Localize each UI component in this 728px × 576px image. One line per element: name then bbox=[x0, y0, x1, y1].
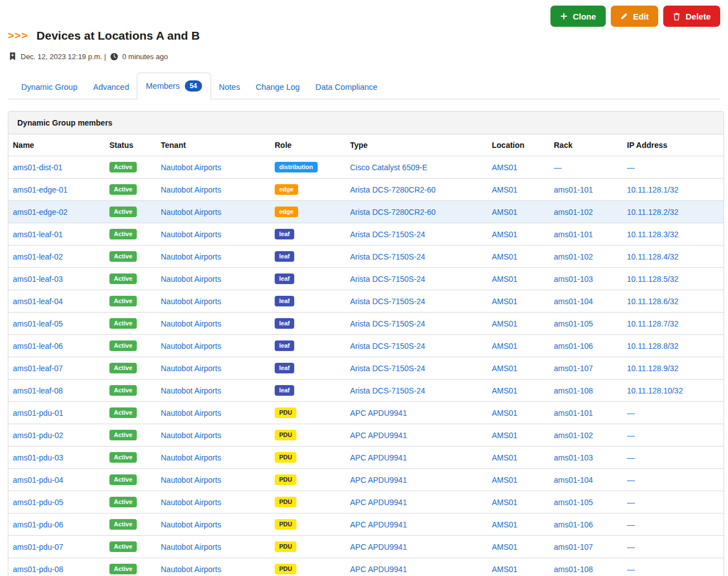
role-badge[interactable]: PDU bbox=[275, 497, 296, 507]
status-badge[interactable]: Active bbox=[109, 318, 137, 329]
tab-advanced[interactable]: Advanced bbox=[85, 75, 137, 99]
location-link[interactable]: AMS01 bbox=[492, 364, 518, 373]
device-name-link[interactable]: ams01-pdu-08 bbox=[13, 565, 63, 574]
rack-link[interactable]: ams01-103 bbox=[554, 275, 593, 284]
tenant-link[interactable]: Nautobot Airports bbox=[161, 275, 221, 284]
device-type-link[interactable]: Arista DCS-7150S-24 bbox=[350, 297, 425, 306]
location-link[interactable]: AMS01 bbox=[492, 431, 518, 440]
rack-link[interactable]: ams01-105 bbox=[554, 319, 593, 328]
role-badge[interactable]: leaf bbox=[275, 385, 294, 396]
location-link[interactable]: AMS01 bbox=[492, 297, 518, 306]
tab-notes[interactable]: Notes bbox=[211, 75, 248, 99]
ip-address-link[interactable]: 10.11.128.6/32 bbox=[627, 297, 678, 306]
tenant-link[interactable]: Nautobot Airports bbox=[161, 297, 221, 306]
device-type-link[interactable]: Arista DCS-7150S-24 bbox=[350, 230, 425, 239]
rack-link[interactable]: ams01-108 bbox=[554, 565, 593, 574]
location-link[interactable]: AMS01 bbox=[492, 565, 518, 574]
device-name-link[interactable]: ams01-leaf-05 bbox=[13, 319, 63, 328]
location-link[interactable]: AMS01 bbox=[492, 498, 518, 507]
tenant-link[interactable]: Nautobot Airports bbox=[161, 543, 221, 551]
status-badge[interactable]: Active bbox=[109, 207, 137, 217]
device-name-link[interactable]: ams01-pdu-02 bbox=[13, 431, 63, 440]
location-link[interactable]: AMS01 bbox=[492, 230, 518, 239]
device-name-link[interactable]: ams01-pdu-04 bbox=[13, 476, 63, 484]
status-badge[interactable]: Active bbox=[109, 385, 137, 396]
role-badge[interactable]: PDU bbox=[275, 430, 296, 440]
role-badge[interactable]: PDU bbox=[275, 541, 296, 552]
device-name-link[interactable]: ams01-pdu-03 bbox=[13, 453, 63, 462]
device-name-link[interactable]: ams01-pdu-05 bbox=[13, 498, 63, 507]
status-badge[interactable]: Active bbox=[109, 162, 137, 172]
device-type-link[interactable]: APC APDU9941 bbox=[350, 565, 407, 574]
ip-address-link[interactable]: 10.11.128.7/32 bbox=[627, 319, 678, 328]
location-link[interactable]: AMS01 bbox=[492, 386, 518, 395]
rack-link[interactable]: ams01-104 bbox=[554, 476, 593, 484]
device-name-link[interactable]: ams01-leaf-04 bbox=[13, 297, 63, 306]
role-badge[interactable]: PDU bbox=[275, 474, 296, 485]
rack-link[interactable]: ams01-101 bbox=[554, 185, 593, 194]
rack-link[interactable]: ams01-102 bbox=[554, 431, 593, 440]
ip-address-link[interactable]: 10.11.128.10/32 bbox=[627, 386, 683, 395]
device-name-link[interactable]: ams01-leaf-07 bbox=[13, 364, 63, 373]
delete-button[interactable]: Delete bbox=[663, 6, 720, 27]
rack-link[interactable]: ams01-101 bbox=[554, 230, 593, 239]
status-badge[interactable]: Active bbox=[109, 564, 137, 574]
rack-link[interactable]: ams01-106 bbox=[554, 520, 593, 529]
location-link[interactable]: AMS01 bbox=[492, 319, 518, 328]
location-link[interactable]: AMS01 bbox=[492, 275, 518, 284]
device-name-link[interactable]: ams01-pdu-07 bbox=[13, 543, 63, 551]
tenant-link[interactable]: Nautobot Airports bbox=[161, 208, 221, 217]
rack-link[interactable]: ams01-105 bbox=[554, 498, 593, 507]
rack-link[interactable]: ams01-107 bbox=[554, 364, 593, 373]
status-badge[interactable]: Active bbox=[109, 273, 137, 284]
device-type-link[interactable]: Arista DCS-7150S-24 bbox=[350, 386, 425, 395]
role-badge[interactable]: PDU bbox=[275, 407, 296, 418]
location-link[interactable]: AMS01 bbox=[492, 185, 518, 194]
device-type-link[interactable]: Arista DCS-7280CR2-60 bbox=[350, 208, 435, 217]
status-badge[interactable]: Active bbox=[109, 340, 137, 351]
tenant-link[interactable]: Nautobot Airports bbox=[161, 185, 221, 194]
ip-address-link[interactable]: 10.11.128.5/32 bbox=[627, 275, 678, 284]
status-badge[interactable]: Active bbox=[109, 519, 137, 530]
device-name-link[interactable]: ams01-leaf-01 bbox=[13, 230, 63, 239]
tenant-link[interactable]: Nautobot Airports bbox=[161, 230, 221, 239]
tenant-link[interactable]: Nautobot Airports bbox=[161, 431, 221, 440]
rack-link[interactable]: ams01-108 bbox=[554, 386, 593, 395]
location-link[interactable]: AMS01 bbox=[492, 543, 518, 551]
edit-button[interactable]: Edit bbox=[611, 6, 658, 27]
clone-button[interactable]: Clone bbox=[550, 6, 606, 27]
role-badge[interactable]: leaf bbox=[275, 229, 294, 239]
device-type-link[interactable]: APC APDU9941 bbox=[350, 476, 407, 484]
device-name-link[interactable]: ams01-edge-02 bbox=[13, 208, 68, 217]
tenant-link[interactable]: Nautobot Airports bbox=[161, 386, 221, 395]
ip-address-link[interactable]: 10.11.128.2/32 bbox=[627, 208, 678, 217]
rack-link[interactable]: ams01-107 bbox=[554, 543, 593, 551]
device-type-link[interactable]: APC APDU9941 bbox=[350, 409, 407, 417]
device-name-link[interactable]: ams01-dist-01 bbox=[13, 163, 63, 172]
tenant-link[interactable]: Nautobot Airports bbox=[161, 453, 221, 462]
rack-link[interactable]: ams01-101 bbox=[554, 409, 593, 417]
role-badge[interactable]: edge bbox=[275, 207, 298, 217]
status-badge[interactable]: Active bbox=[109, 430, 137, 440]
rack-link[interactable]: ams01-102 bbox=[554, 208, 593, 217]
device-name-link[interactable]: ams01-leaf-03 bbox=[13, 275, 63, 284]
device-type-link[interactable]: Arista DCS-7150S-24 bbox=[350, 319, 425, 328]
tenant-link[interactable]: Nautobot Airports bbox=[161, 565, 221, 574]
status-badge[interactable]: Active bbox=[109, 497, 137, 507]
status-badge[interactable]: Active bbox=[109, 184, 137, 195]
device-name-link[interactable]: ams01-leaf-06 bbox=[13, 342, 63, 351]
device-type-link[interactable]: Arista DCS-7150S-24 bbox=[350, 364, 425, 373]
device-type-link[interactable]: APC APDU9941 bbox=[350, 543, 407, 551]
status-badge[interactable]: Active bbox=[109, 251, 137, 262]
tenant-link[interactable]: Nautobot Airports bbox=[161, 364, 221, 373]
location-link[interactable]: AMS01 bbox=[492, 453, 518, 462]
role-badge[interactable]: leaf bbox=[275, 251, 294, 262]
ip-address-link[interactable]: 10.11.128.4/32 bbox=[627, 252, 678, 261]
status-badge[interactable]: Active bbox=[109, 363, 137, 373]
device-name-link[interactable]: ams01-pdu-06 bbox=[13, 520, 63, 529]
tenant-link[interactable]: Nautobot Airports bbox=[161, 476, 221, 484]
tab-data-compliance[interactable]: Data Compliance bbox=[308, 75, 385, 99]
device-type-link[interactable]: APC APDU9941 bbox=[350, 520, 407, 529]
rack-link[interactable]: ams01-102 bbox=[554, 252, 593, 261]
device-type-link[interactable]: Arista DCS-7280CR2-60 bbox=[350, 185, 435, 194]
